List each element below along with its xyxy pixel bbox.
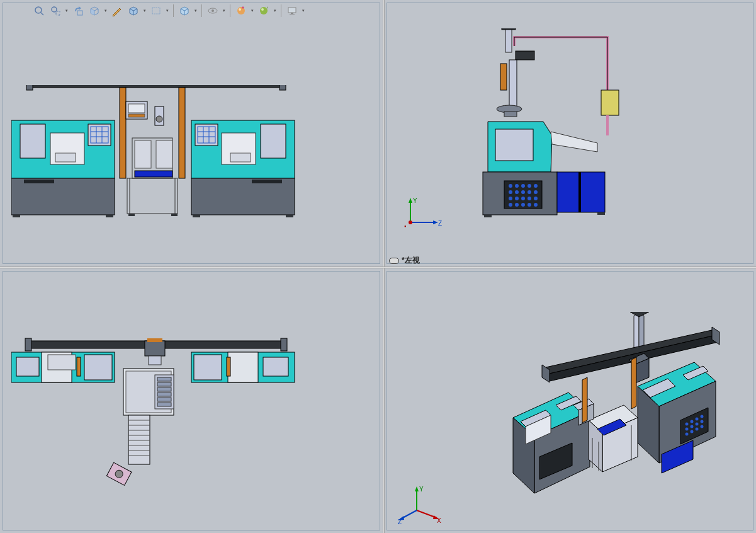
- toolbar-separator: [230, 4, 230, 17]
- svg-rect-115: [48, 355, 76, 370]
- svg-rect-30: [279, 85, 286, 90]
- svg-rect-57: [191, 178, 295, 215]
- svg-rect-133: [157, 393, 171, 396]
- svg-point-97: [534, 190, 538, 194]
- svg-point-93: [509, 190, 512, 194]
- triad-yz[interactable]: Y Z ▪: [403, 195, 441, 233]
- toolbar-separator: [281, 4, 281, 17]
- svg-point-88: [509, 184, 512, 188]
- svg-point-11: [261, 8, 264, 11]
- svg-rect-121: [227, 357, 230, 376]
- svg-rect-108: [484, 215, 492, 217]
- machine-left-view: [482, 28, 661, 217]
- section-dropdown[interactable]: ▾: [103, 8, 108, 13]
- svg-rect-123: [263, 357, 288, 376]
- cube-dropdown[interactable]: ▾: [193, 8, 198, 13]
- svg-point-148: [691, 420, 694, 423]
- svg-rect-5: [152, 8, 160, 14]
- svg-point-19: [409, 221, 412, 224]
- svg-marker-21: [415, 486, 419, 491]
- svg-rect-28: [30, 85, 282, 88]
- svg-point-150: [701, 415, 704, 418]
- svg-point-98: [509, 197, 512, 200]
- svg-point-154: [701, 420, 704, 423]
- display-dropdown[interactable]: ▾: [142, 8, 147, 13]
- svg-rect-124: [145, 341, 165, 356]
- svg-rect-13: [291, 13, 293, 14]
- svg-rect-31: [120, 88, 126, 178]
- axis-y-label: Y: [419, 486, 424, 493]
- triad-xyz[interactable]: Y X Z: [398, 485, 436, 523]
- eye-dropdown[interactable]: ▾: [222, 8, 227, 13]
- svg-point-158: [701, 425, 704, 428]
- scene-dropdown[interactable]: ▾: [273, 8, 278, 13]
- zoom-area-icon[interactable]: [48, 4, 63, 18]
- svg-rect-70: [127, 178, 178, 214]
- appearance-icon[interactable]: [234, 4, 249, 18]
- display-style-icon[interactable]: [126, 4, 141, 18]
- svg-rect-48: [195, 124, 218, 146]
- svg-point-157: [696, 428, 699, 431]
- axis-z-label: Z: [438, 220, 442, 227]
- svg-point-65: [156, 116, 162, 122]
- svg-rect-111: [25, 338, 31, 351]
- svg-rect-69: [135, 171, 172, 177]
- svg-point-89: [515, 184, 519, 188]
- svg-point-8: [237, 7, 245, 14]
- scene-icon[interactable]: [256, 4, 271, 18]
- svg-rect-62: [128, 104, 145, 113]
- section-view-icon[interactable]: [87, 4, 102, 18]
- svg-line-1: [41, 13, 43, 15]
- svg-rect-67: [135, 140, 151, 168]
- svg-rect-55: [230, 153, 251, 162]
- svg-point-100: [521, 197, 525, 200]
- svg-rect-126: [147, 338, 162, 342]
- svg-rect-44: [13, 215, 20, 217]
- hide-show-icon[interactable]: [149, 4, 164, 18]
- machine-front-view: [11, 85, 301, 217]
- view-label-left[interactable]: *左視: [389, 255, 420, 266]
- svg-rect-120: [228, 352, 258, 382]
- svg-rect-74: [171, 214, 178, 216]
- svg-rect-131: [157, 382, 171, 386]
- cube-icon[interactable]: [177, 4, 192, 18]
- svg-rect-34: [20, 124, 45, 158]
- svg-rect-112: [281, 338, 287, 351]
- view-name-text: *左視: [402, 255, 420, 266]
- svg-point-107: [534, 203, 538, 207]
- svg-rect-58: [193, 215, 200, 217]
- prev-view-icon[interactable]: [71, 4, 86, 18]
- svg-point-0: [35, 7, 42, 13]
- toolbar-separator: [201, 4, 202, 17]
- svg-rect-63: [128, 114, 145, 117]
- svg-rect-86: [578, 172, 581, 212]
- svg-point-149: [696, 418, 699, 421]
- svg-rect-45: [106, 215, 113, 217]
- screen-icon[interactable]: [285, 4, 300, 18]
- hide-dropdown[interactable]: ▾: [165, 8, 170, 13]
- svg-point-155: [685, 433, 689, 436]
- svg-rect-32: [179, 88, 185, 178]
- screen-dropdown[interactable]: ▾: [301, 8, 306, 13]
- svg-point-151: [685, 428, 689, 431]
- svg-rect-36: [55, 153, 76, 162]
- svg-point-91: [528, 184, 531, 188]
- svg-rect-130: [157, 377, 171, 381]
- svg-point-156: [691, 430, 694, 433]
- svg-point-92: [534, 184, 538, 188]
- svg-rect-77: [516, 51, 534, 60]
- svg-point-96: [528, 190, 531, 194]
- dynamic-zoom-icon[interactable]: [110, 4, 125, 18]
- svg-rect-14: [290, 14, 295, 14]
- svg-rect-68: [156, 140, 172, 168]
- svg-rect-3: [56, 11, 60, 15]
- zoom-fit-icon[interactable]: [31, 4, 47, 18]
- svg-point-101: [528, 197, 531, 200]
- svg-point-99: [515, 197, 519, 200]
- zoom-dropdown[interactable]: ▾: [64, 8, 69, 13]
- viewport-divider-horizontal[interactable]: [0, 266, 756, 268]
- svg-rect-73: [128, 214, 135, 216]
- axis-x-label: ▪: [404, 223, 406, 229]
- eye-icon[interactable]: [205, 4, 220, 18]
- appearance-dropdown[interactable]: ▾: [250, 8, 255, 13]
